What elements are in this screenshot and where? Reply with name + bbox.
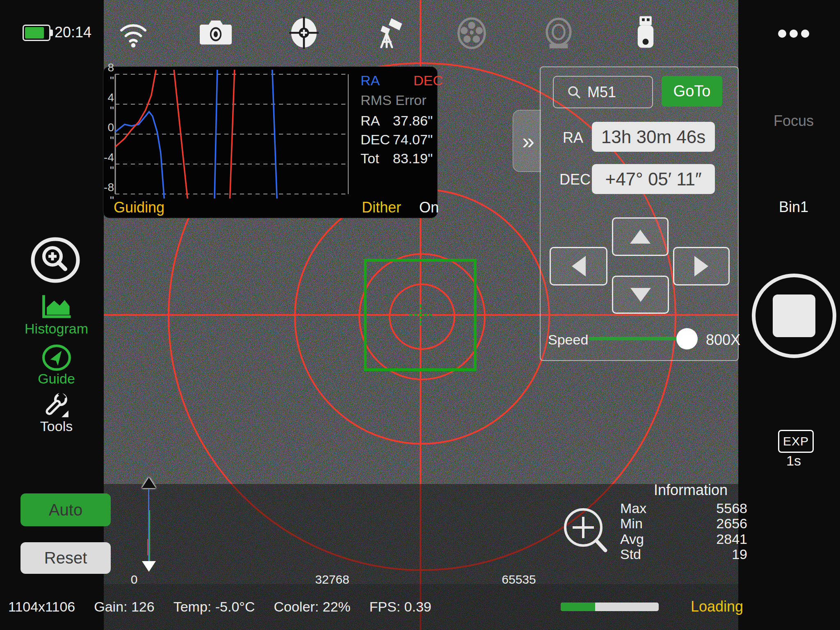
camera-status-bar: 1104x1106 Gain: 126 Temp: -5.0°C Cooler:…: [8, 599, 431, 615]
guide-stat-row: DEC 74.07": [361, 132, 433, 148]
chevron-right-icon: »: [522, 128, 532, 154]
goto-button[interactable]: GoTo: [662, 76, 722, 107]
bin-mode-label[interactable]: Bin1: [759, 199, 829, 216]
zoom-in-preview-icon[interactable]: [563, 507, 608, 556]
histogram-auto-button[interactable]: Auto: [21, 493, 111, 526]
loading-status: Loading: [691, 598, 743, 615]
more-menu-dots-icon[interactable]: [778, 30, 809, 38]
plate-solve-target-icon[interactable]: [288, 16, 320, 51]
camera-icon[interactable]: [200, 17, 232, 48]
info-row: Avg 2841: [620, 531, 747, 547]
search-input-value[interactable]: M51: [587, 84, 616, 101]
slew-right-button[interactable]: [673, 247, 730, 285]
status-resolution: 1104x1106: [8, 599, 75, 615]
status-fps: FPS: 0.39: [370, 599, 431, 615]
exposure-button[interactable]: EXP: [778, 430, 814, 453]
guide-ytick: -4 ": [103, 151, 114, 177]
histogram-reset-button[interactable]: Reset: [21, 542, 111, 574]
panel-expander-button[interactable]: »: [513, 110, 541, 172]
usb-storage-icon[interactable]: [630, 15, 661, 53]
info-value: 2656: [716, 516, 747, 532]
dec-value-field[interactable]: +47° 05′ 11″: [592, 164, 715, 194]
download-progress-bar: [561, 603, 659, 611]
status-temp: Temp: -5.0°C: [173, 599, 255, 615]
dec-label: DEC: [559, 171, 591, 188]
guide-ytick: 0 ": [103, 121, 114, 147]
exposure-value[interactable]: 1s: [759, 453, 829, 469]
guide-stat-label: Tot: [361, 151, 379, 166]
guide-stat-label: DEC: [361, 132, 390, 147]
search-icon: [567, 85, 582, 100]
speed-label: Speed: [548, 332, 588, 348]
guide-ytick: -8 ": [103, 181, 114, 207]
target-search-field[interactable]: M51: [553, 76, 653, 108]
speed-slider-knob[interactable]: [676, 328, 698, 349]
histogram-label[interactable]: Histogram: [12, 321, 100, 337]
slew-left-button[interactable]: [550, 247, 607, 285]
info-value: 5568: [716, 500, 747, 516]
goto-panel: M51 GoTo RA 13h 30m 46s DEC +47° 05′ 11″…: [540, 66, 739, 361]
ra-value-field[interactable]: 13h 30m 46s: [592, 122, 715, 152]
histogram-axis-tick: 32768: [312, 573, 353, 587]
guide-stat-value: 83.19": [393, 151, 433, 167]
info-label: Std: [620, 546, 641, 562]
histogram-stretch-slider[interactable]: [137, 477, 161, 574]
info-label: Avg: [620, 531, 644, 547]
info-row: Min 2656: [620, 516, 747, 531]
info-label: Max: [620, 500, 646, 516]
triangle-left-icon: [572, 256, 586, 276]
status-gain: Gain: 126: [94, 599, 154, 615]
slew-up-button[interactable]: [612, 217, 669, 256]
center-cross-vertical: [420, 304, 421, 326]
black-point-handle[interactable]: [142, 477, 156, 488]
info-row: Std 19: [620, 546, 747, 562]
guide-stat-row: Tot 83.19": [361, 151, 433, 167]
capture-stop-button[interactable]: [752, 274, 836, 358]
app-screen: 20:14: [0, 0, 840, 630]
focuser-icon: [542, 16, 575, 52]
white-point-handle[interactable]: [142, 561, 156, 572]
triangle-down-icon: [630, 288, 651, 302]
histogram-axis-tick: 0: [126, 573, 142, 587]
histogram-icon[interactable]: [41, 294, 72, 321]
stop-icon: [773, 294, 815, 337]
guide-ytick: 8 ": [103, 61, 114, 87]
legend-dec: DEC: [413, 73, 443, 89]
information-title: Information: [654, 482, 728, 499]
speed-slider-track[interactable]: [589, 337, 682, 340]
tools-label[interactable]: Tools: [12, 418, 100, 434]
triangle-up-icon: [630, 230, 651, 244]
speed-value: 800X: [706, 331, 740, 349]
guide-label[interactable]: Guide: [12, 371, 100, 387]
triangle-right-icon: [694, 256, 708, 276]
rms-error-label: RMS Error: [361, 92, 427, 108]
histogram-spike-red: [147, 539, 148, 555]
guide-graph: [115, 74, 348, 194]
info-value: 19: [732, 546, 747, 562]
guide-ytick: 4 ": [103, 91, 114, 117]
info-label: Min: [620, 516, 643, 531]
focus-mode-label[interactable]: Focus: [759, 112, 829, 130]
guide-stat-label: RA: [361, 113, 380, 128]
info-value: 2841: [716, 531, 747, 547]
info-row: Max 5568: [620, 500, 747, 516]
telescope-goto-icon[interactable]: [371, 15, 405, 52]
progress-fill: [561, 603, 595, 611]
guide-icon[interactable]: [41, 342, 72, 375]
guiding-status[interactable]: Guiding: [114, 199, 164, 216]
status-cooler: Cooler: 22%: [274, 599, 350, 615]
battery-icon: [23, 25, 50, 41]
clock-time: 20:14: [55, 24, 91, 41]
zoom-preview-icon[interactable]: [31, 237, 80, 285]
filter-wheel-icon: [455, 16, 488, 52]
ra-label: RA: [563, 129, 583, 146]
guide-stat-value: 37.86": [393, 113, 433, 129]
dither-value: On: [419, 199, 439, 216]
legend-ra: RA: [361, 73, 380, 89]
slew-down-button[interactable]: [612, 276, 669, 314]
guide-stat-row: RA 37.86": [361, 113, 433, 129]
histogram-axis-tick: 65535: [498, 573, 539, 587]
wifi-icon[interactable]: [118, 16, 149, 51]
dither-label[interactable]: Dither: [362, 199, 401, 216]
histogram-spike-green: [149, 510, 150, 561]
